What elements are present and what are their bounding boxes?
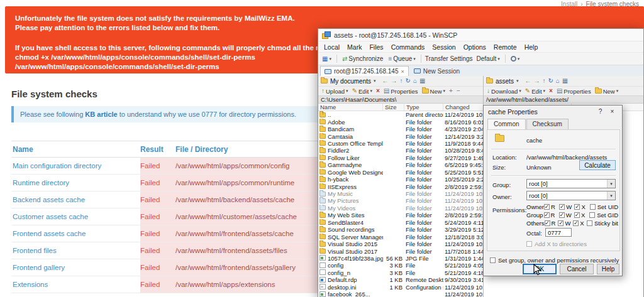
file-row[interactable]: config 3 KB File 5/21/2019 4:05: — [318, 262, 483, 269]
menu-local[interactable]: Local — [320, 43, 343, 51]
perm-read-checkbox[interactable]: ✓ — [545, 220, 550, 226]
delete-icon[interactable]: × — [376, 88, 380, 94]
dialog-title-bar[interactable]: cache Properties ? × — [484, 105, 622, 117]
file-row[interactable]: Visual Studio 2017 File folder 11/7/2018… — [318, 247, 483, 254]
file-row[interactable]: Default.rdp 1 KB Remote Desktop ... 9/30… — [318, 276, 483, 283]
select-minus-icon[interactable]: − — [457, 88, 460, 94]
file-row[interactable]: Bandicam File folder 4/23/2019 2:04:3 — [318, 126, 483, 132]
column-header-name[interactable]: Name — [318, 104, 383, 111]
file-row[interactable]: Camtasia File folder 12/14/2019 3:21: — [318, 132, 483, 139]
file-row[interactable]: facebook_265... 11/24/2019 10:1 — [318, 291, 483, 297]
file-row[interactable]: My Videos File folder 11/24/2019 10:0 — [318, 205, 483, 212]
file-row[interactable]: My Web Sites File folder 2/8/2019 2:59:4 — [318, 212, 483, 219]
close-icon[interactable]: × — [607, 107, 618, 116]
column-header-changed[interactable]: Changed — [443, 104, 483, 111]
menu-files[interactable]: Files — [365, 43, 387, 51]
close-tab-icon[interactable]: × — [401, 68, 404, 75]
perm-execute-checkbox[interactable]: ✓ — [573, 220, 579, 226]
back-icon[interactable]: ← — [525, 78, 531, 84]
perm-write-checkbox[interactable]: ✓ — [559, 204, 565, 210]
octal-input[interactable]: 0777 — [545, 228, 572, 237]
refresh-icon[interactable]: ↻ — [548, 78, 553, 84]
file-row[interactable]: .. Parent directory 11/24/2019 10:5 — [318, 111, 483, 118]
properties-button[interactable]: ▤Properties — [557, 88, 591, 95]
parent-directory-icon[interactable]: ↑ — [400, 78, 403, 84]
chevron-down-icon[interactable]: ▾ — [374, 78, 376, 84]
menu-remote[interactable]: Remote — [490, 43, 521, 51]
file-row[interactable]: Fiddler2 File folder 10/28/2019 8:48: — [318, 147, 483, 154]
file-row[interactable]: Gammadyne File folder 6/5/2019 9:45:31 — [318, 161, 483, 168]
edit-button[interactable]: ✎Edit▾ — [352, 88, 372, 95]
remote-path-bar[interactable]: /var/www/html/backend/assets/ — [484, 95, 643, 104]
perm-write-checkbox[interactable]: ✓ — [559, 212, 565, 218]
layout-button[interactable]: ▦▾ — [321, 55, 333, 63]
tab-common[interactable]: Common — [487, 119, 526, 129]
kb-article-link[interactable]: KB article — [85, 111, 117, 118]
help-button[interactable]: Help — [597, 264, 619, 274]
file-row[interactable]: Google Web Designer File folder 5/25/201… — [318, 169, 483, 176]
winscp-title-bar[interactable]: assets - root@157.245.168.145 - WinSCP — [318, 29, 643, 41]
cancel-button[interactable]: Cancel — [560, 264, 594, 274]
check-name-link[interactable]: Main configuration directory — [11, 158, 140, 174]
home-icon[interactable]: ⌂ — [556, 78, 560, 84]
file-row[interactable]: IISExpress File folder 2/8/2019 2:59:49 — [318, 183, 483, 190]
file-row[interactable]: Custom Office Templ... File folder 11/9/… — [318, 140, 483, 147]
check-name-link[interactable]: Frontend gallery — [11, 259, 140, 276]
refresh-icon[interactable]: ↻ — [406, 78, 411, 84]
local-path-bar[interactable]: C:\Users\Hasan\Documents\ — [318, 95, 483, 104]
delete-icon[interactable]: × — [549, 88, 553, 94]
file-row[interactable]: My Music File folder 11/24/2019 10:0 — [318, 190, 483, 197]
check-name-link[interactable]: Extensions — [11, 276, 140, 293]
tree-icon[interactable]: ▦ — [562, 78, 568, 84]
select-plus-icon[interactable]: + — [449, 88, 453, 94]
remote-drive-selector[interactable]: assets — [496, 78, 514, 85]
perm-special-checkbox[interactable] — [589, 212, 595, 218]
group-select[interactable]: root [0] ▾ — [526, 179, 616, 188]
chevron-down-icon[interactable]: ▾ — [516, 78, 519, 84]
properties-button[interactable]: ▤Properties — [384, 88, 418, 95]
calculate-button[interactable]: Calculate — [579, 160, 616, 170]
perm-special-checkbox[interactable] — [587, 220, 592, 226]
parent-directory-icon[interactable]: ↑ — [542, 78, 545, 84]
check-name-link[interactable]: Runtime directory — [11, 175, 140, 191]
perm-write-checkbox[interactable]: ✓ — [558, 220, 564, 226]
tab-checksum[interactable]: Checksum — [526, 119, 569, 129]
add-x-checkbox[interactable] — [526, 241, 532, 247]
check-name-link[interactable]: Customer assets cache — [11, 208, 140, 225]
transfer-settings-dropdown[interactable]: Default▾ — [475, 55, 501, 63]
local-drive-selector[interactable]: My documents — [330, 78, 371, 85]
new-session-tab[interactable]: New Session — [409, 66, 465, 76]
file-row[interactable]: config_n 3 KB File 5/21/2019 4:18:3 — [318, 269, 483, 276]
transfer-options-button[interactable]: ▾ — [509, 55, 521, 62]
owner-select[interactable]: root [0] ▾ — [526, 191, 616, 200]
perm-execute-checkbox[interactable]: ✓ — [574, 212, 580, 218]
file-row[interactable]: 1057c4f19bf238a.jpg 56 KB JPG File 1/31/… — [318, 255, 483, 262]
column-header-type[interactable]: Type — [404, 104, 443, 111]
menu-options[interactable]: Options — [460, 43, 490, 51]
help-button[interactable]: ? — [595, 107, 606, 116]
check-name-link[interactable]: Frontend files — [11, 242, 140, 259]
column-header-size[interactable]: Size — [383, 104, 404, 111]
file-row[interactable]: SendBlaster4 File folder 5/24/2019 4:11:… — [318, 219, 483, 226]
file-row[interactable]: Adobe File folder 8/16/2019 6:01:1 — [318, 118, 483, 125]
menu-mark[interactable]: Mark — [343, 43, 365, 51]
file-row[interactable]: Sound recordings File folder 3/29/2019 5… — [318, 226, 483, 233]
tree-icon[interactable]: ▦ — [419, 78, 425, 84]
recursive-checkbox[interactable] — [490, 257, 496, 263]
file-row[interactable]: desktop.ini 1 KB Configuration sett... 1… — [318, 284, 483, 291]
check-name-link[interactable]: Frontend assets cache — [11, 225, 140, 242]
synchronize-button[interactable]: ⇄Synchronize — [341, 55, 384, 63]
edit-button[interactable]: ✎Edit▾ — [525, 88, 545, 95]
perm-special-checkbox[interactable] — [590, 204, 596, 210]
home-icon[interactable]: ⌂ — [413, 78, 417, 84]
file-row[interactable]: Follow Liker File folder 9/27/2019 1:49:… — [318, 154, 483, 161]
forward-icon[interactable]: → — [391, 78, 397, 84]
file-row[interactable]: My Pictures File folder 11/24/2019 10:0 — [318, 197, 483, 204]
upload-button[interactable]: ↑Upload▾ — [321, 88, 348, 95]
menu-commands[interactable]: Commands — [387, 43, 429, 51]
new-button[interactable]: New▾ — [422, 88, 446, 95]
forward-icon[interactable]: → — [533, 78, 540, 84]
perm-execute-checkbox[interactable]: ✓ — [574, 204, 580, 210]
file-row[interactable]: SQL Server Managem... File folder 12/18/… — [318, 233, 483, 240]
perm-read-checkbox[interactable]: ✓ — [544, 204, 550, 210]
